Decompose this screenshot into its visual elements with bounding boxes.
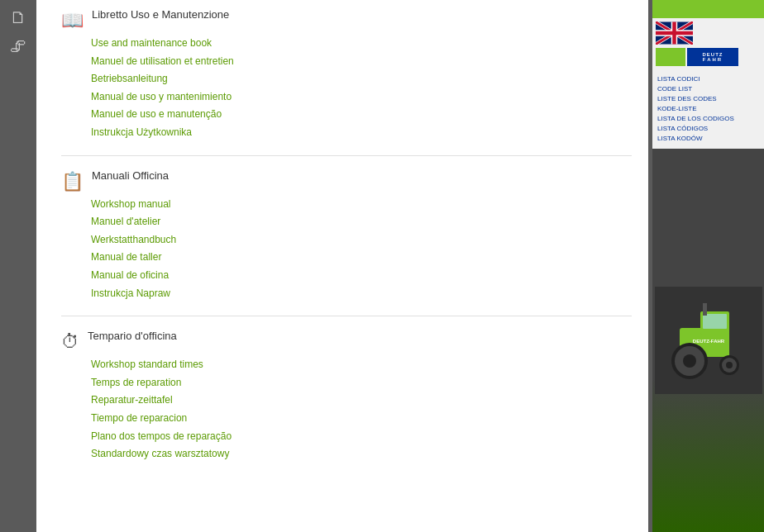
section-title-workshop: Manuali Officina — [92, 169, 169, 182]
code-list: LISTA CODICI CODE LIST LISTE DES CODES K… — [652, 69, 764, 149]
code-list-es[interactable]: LISTA DE LOS CODIGOS — [657, 114, 759, 124]
clipboard-icon: 📋 — [61, 171, 84, 192]
uk-flag[interactable] — [656, 21, 693, 45]
use-maintenance-section: 📖 Libretto Uso e Manutenzione Use and ma… — [36, 0, 648, 150]
workshop-en[interactable]: Workshop manual — [91, 196, 632, 214]
svg-text:DEUTZ-FAHR: DEUTZ-FAHR — [692, 339, 724, 344]
standard-times-pt[interactable]: Plano dos tempos de reparação — [91, 428, 632, 446]
workshop-es[interactable]: Manual de taller — [91, 249, 632, 267]
svg-rect-11 — [703, 303, 707, 316]
workshop-pt[interactable]: Manual de oficina — [91, 267, 632, 285]
green-logo — [656, 48, 685, 66]
use-maintenance-en[interactable]: Use and maintenance book — [91, 35, 632, 53]
workshop-items: Workshop manual Manuel d'atelier Werksta… — [61, 196, 632, 303]
use-maintenance-pt[interactable]: Manuel de uso e manutenção — [91, 106, 632, 124]
code-list-en[interactable]: CODE LIST — [657, 84, 759, 94]
workshop-de[interactable]: Werkstatthandbuch — [91, 231, 632, 249]
standard-times-en[interactable]: Workshop standard times — [91, 356, 632, 374]
logos-row: DEUTZ FAHR — [652, 48, 764, 69]
divider-2 — [61, 316, 632, 316]
use-maintenance-de[interactable]: Betriebsanleitung — [91, 70, 632, 88]
code-list-fr[interactable]: LISTE DES CODES — [657, 94, 759, 104]
main-content: 📖 Libretto Uso e Manutenzione Use and ma… — [36, 0, 648, 532]
flag-row — [652, 18, 764, 48]
code-list-pt[interactable]: LISTA CÓDIGOS — [657, 124, 759, 134]
right-panel: DEUTZ FAHR LISTA CODICI CODE LIST LISTE … — [652, 0, 764, 532]
section-title-standard-times: Tempario d'officina — [88, 330, 177, 342]
workshop-section: 📋 Manuali Officina Workshop manual Manue… — [36, 161, 648, 311]
standard-times-fr[interactable]: Temps de reparation — [91, 374, 632, 392]
code-list-de[interactable]: KODE-LISTE — [657, 104, 759, 114]
book-icon: 📖 — [61, 10, 84, 31]
workshop-fr[interactable]: Manuel d'atelier — [91, 213, 632, 231]
clock-icon: ⏱ — [61, 331, 79, 353]
sidebar: 🗋 🖇 — [0, 0, 36, 532]
fahr-text: FAHR — [703, 57, 723, 62]
svg-rect-4 — [703, 314, 727, 329]
code-list-pl[interactable]: LISTA KODÓW — [657, 134, 759, 144]
standard-times-items: Workshop standard times Temps de reparat… — [61, 356, 632, 463]
code-list-it[interactable]: LISTA CODICI — [657, 74, 759, 84]
divider-1 — [61, 155, 632, 156]
green-bar — [652, 0, 764, 18]
section-title-use-maintenance: Libretto Uso e Manutenzione — [92, 8, 229, 21]
document-icon[interactable]: 🗋 — [10, 8, 26, 27]
use-maintenance-items: Use and maintenance book Manuel de utili… — [61, 35, 632, 142]
paperclip-icon[interactable]: 🖇 — [10, 37, 26, 56]
svg-point-7 — [683, 354, 696, 368]
use-maintenance-fr[interactable]: Manuel de utilisation et entretien — [91, 53, 632, 71]
standard-times-section: ⏱ Tempario d'officina Workshop standard … — [36, 321, 648, 472]
tractor-panel: DEUTZ-FAHR — [652, 149, 764, 532]
svg-point-10 — [726, 362, 733, 368]
tractor-image: DEUTZ-FAHR — [652, 149, 764, 532]
use-maintenance-pl[interactable]: Instrukcja Użytkownika — [91, 124, 632, 142]
use-maintenance-es[interactable]: Manual de uso y mantenimiento — [91, 88, 632, 107]
deutz-fahr-logo: DEUTZ FAHR — [687, 48, 738, 66]
workshop-pl[interactable]: Instrukcja Napraw — [91, 285, 632, 303]
standard-times-es[interactable]: Tiempo de reparacion — [91, 410, 632, 428]
standard-times-pl[interactable]: Standardowy czas warsztatowy — [91, 445, 632, 463]
standard-times-de[interactable]: Reparatur-zeittafel — [91, 392, 632, 410]
